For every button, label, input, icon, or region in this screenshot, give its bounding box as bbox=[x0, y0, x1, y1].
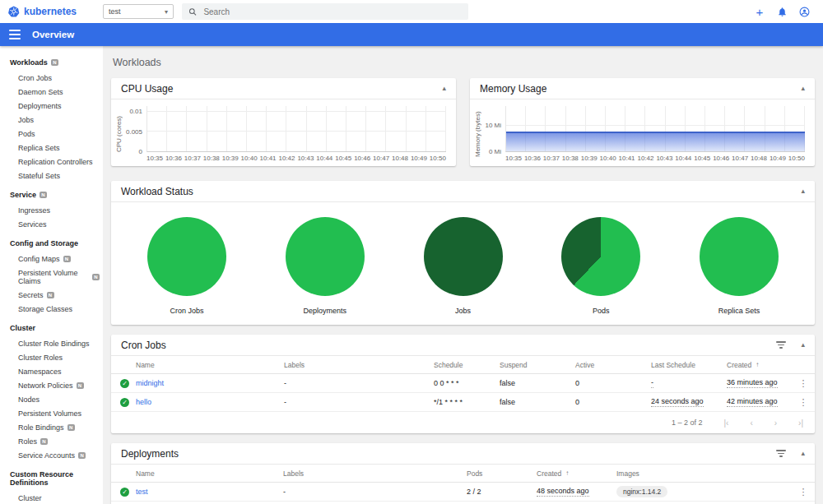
sidebar-item[interactable]: Cluster bbox=[0, 491, 103, 504]
account-button[interactable] bbox=[798, 6, 810, 17]
sidebar-section-items: Config Maps Persistent Volume Claims Sec… bbox=[0, 252, 103, 316]
x-tick-label: 10:41 bbox=[619, 155, 635, 162]
col-name[interactable]: Name bbox=[136, 361, 284, 369]
row-menu-button[interactable] bbox=[792, 397, 815, 408]
sidebar-item[interactable]: Role Bindings bbox=[0, 420, 103, 434]
cpu-usage-chart: CPU (cores) 00.0050.01 10:3510:3610:3710… bbox=[111, 99, 456, 166]
pie-label: Cron Jobs bbox=[170, 307, 203, 315]
filter-button[interactable] bbox=[776, 341, 786, 349]
toolbar-title: Overview bbox=[32, 30, 74, 39]
filter-button[interactable] bbox=[776, 450, 786, 457]
x-tick-label: 10:48 bbox=[751, 155, 767, 162]
sidebar-item[interactable]: Ingresses bbox=[0, 203, 103, 217]
sidebar-item[interactable]: Roles bbox=[0, 434, 103, 448]
sidebar-item[interactable]: Config Maps bbox=[0, 252, 103, 266]
sidebar-section-header[interactable]: Service bbox=[0, 187, 103, 203]
resource-name-link[interactable]: midnight bbox=[136, 379, 284, 387]
sidebar-section-header[interactable]: Workloads bbox=[0, 54, 103, 71]
last-page-button[interactable] bbox=[798, 418, 803, 428]
main-content: Workloads CPU Usage CPU (cores) 00.0050.… bbox=[103, 46, 823, 504]
col-last-schedule[interactable]: Last Schedule bbox=[651, 361, 727, 369]
sidebar-item[interactable]: Cluster Role Bindings bbox=[0, 336, 103, 350]
row-menu-button[interactable] bbox=[792, 378, 815, 389]
x-tick-label: 10:42 bbox=[637, 155, 653, 162]
sidebar-item-label: Service Accounts bbox=[18, 451, 75, 460]
table-row: test - 2 / 2 48 seconds ago nginx:1.14.2 bbox=[111, 483, 815, 502]
namespaced-badge-icon bbox=[47, 292, 54, 298]
pie-chart bbox=[700, 217, 779, 296]
namespace-value: test bbox=[109, 7, 121, 16]
col-active[interactable]: Active bbox=[575, 361, 651, 369]
sidebar-item[interactable]: Cron Jobs bbox=[0, 71, 103, 85]
col-name[interactable]: Name bbox=[136, 469, 283, 478]
col-images[interactable]: Images bbox=[616, 469, 792, 478]
sidebar-section-header[interactable]: Cluster bbox=[0, 320, 103, 336]
deployments-table-body: test - 2 / 2 48 seconds ago nginx:1.14.2 bbox=[111, 483, 815, 504]
resource-name-link[interactable]: hello bbox=[136, 398, 284, 406]
sidebar-item-label: Ingresses bbox=[18, 206, 50, 215]
create-resource-button[interactable]: + bbox=[754, 6, 765, 17]
x-tick-label: 10:37 bbox=[184, 155, 201, 162]
sidebar-item[interactable]: Pods bbox=[0, 127, 103, 141]
y-axis-label: CPU (cores) bbox=[114, 106, 123, 162]
previous-page-button[interactable] bbox=[750, 418, 752, 428]
sidebar-item[interactable]: Service Accounts bbox=[0, 448, 103, 462]
sidebar-section-label: Custom Resource Definitions bbox=[10, 470, 100, 487]
collapse-card-button[interactable] bbox=[801, 85, 805, 92]
sidebar-item[interactable]: Nodes bbox=[0, 392, 103, 406]
col-suspend[interactable]: Suspend bbox=[500, 361, 575, 369]
sidebar-item[interactable]: Replica Sets bbox=[0, 141, 103, 155]
sidebar-section-header[interactable]: Config and Storage bbox=[0, 235, 103, 252]
col-labels[interactable]: Labels bbox=[283, 469, 467, 478]
sidebar-item[interactable]: Persistent Volumes bbox=[0, 406, 103, 420]
row-menu-button[interactable] bbox=[792, 487, 815, 497]
namespace-select[interactable]: test ▾ bbox=[103, 4, 174, 19]
sidebar-item[interactable]: Jobs bbox=[0, 113, 103, 127]
pie-figure: Deployments bbox=[286, 217, 365, 315]
sidebar-item-label: Replica Sets bbox=[18, 144, 60, 152]
sidebar-item[interactable]: Services bbox=[0, 217, 103, 231]
x-tick-label: 10:40 bbox=[600, 155, 616, 162]
next-page-button[interactable] bbox=[774, 418, 777, 428]
sidebar-item-label: Persistent Volumes bbox=[18, 409, 81, 418]
sidebar-item-label: Cluster Role Bindings bbox=[18, 340, 90, 348]
sidebar-item[interactable]: Secrets bbox=[0, 288, 103, 302]
sidebar-item[interactable]: Daemon Sets bbox=[0, 85, 103, 99]
x-tick-label: 10:39 bbox=[581, 155, 597, 162]
collapse-card-button[interactable] bbox=[801, 341, 805, 349]
notifications-button[interactable] bbox=[776, 6, 788, 17]
sidebar-item[interactable]: Persistent Volume Claims bbox=[0, 266, 103, 288]
search-bar[interactable] bbox=[182, 3, 468, 20]
resource-name-link[interactable]: test bbox=[136, 488, 283, 496]
first-page-button[interactable] bbox=[723, 418, 728, 428]
collapse-card-button[interactable] bbox=[801, 187, 805, 195]
sidebar-item[interactable]: Replication Controllers bbox=[0, 155, 103, 169]
sidebar-item[interactable]: Storage Classes bbox=[0, 302, 103, 316]
sidebar-item[interactable]: Deployments bbox=[0, 99, 103, 113]
search-input[interactable] bbox=[203, 7, 462, 16]
labels-cell: - bbox=[284, 379, 434, 387]
col-created[interactable]: Created bbox=[537, 469, 616, 478]
col-schedule[interactable]: Schedule bbox=[434, 361, 500, 369]
x-tick-label: 10:49 bbox=[770, 155, 786, 162]
menu-button[interactable] bbox=[9, 30, 21, 39]
sidebar-item[interactable]: Cluster Roles bbox=[0, 350, 103, 364]
sidebar-section-header[interactable]: Custom Resource Definitions bbox=[0, 466, 103, 491]
sidebar-item[interactable]: Network Policies bbox=[0, 378, 103, 392]
x-tick-label: 10:46 bbox=[354, 155, 370, 162]
sidebar-item[interactable]: Namespaces bbox=[0, 364, 103, 378]
sidebar-item[interactable]: Stateful Sets bbox=[0, 169, 103, 183]
kubernetes-logo[interactable]: kubernetes bbox=[0, 6, 103, 17]
collapse-card-button[interactable] bbox=[442, 85, 446, 92]
pie-label: Jobs bbox=[455, 307, 471, 315]
col-created[interactable]: Created bbox=[727, 361, 792, 369]
x-tick-label: 10:43 bbox=[297, 155, 314, 162]
sidebar-section-items: Cron Jobs Daemon Sets Deployments bbox=[0, 71, 103, 183]
x-tick-label: 10:44 bbox=[675, 155, 691, 162]
memory-usage-chart: Memory (bytes) 0 Mi10 Mi 10:3510:3610:37… bbox=[470, 99, 815, 166]
chevron-down-icon: ▾ bbox=[165, 8, 168, 16]
col-pods[interactable]: Pods bbox=[467, 469, 537, 478]
x-tick-label: 10:48 bbox=[392, 155, 408, 162]
collapse-card-button[interactable] bbox=[801, 450, 805, 457]
col-labels[interactable]: Labels bbox=[284, 361, 434, 369]
